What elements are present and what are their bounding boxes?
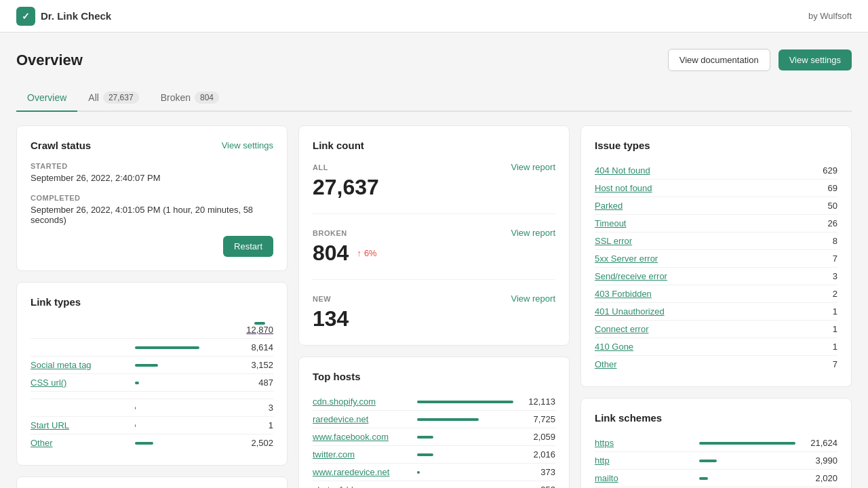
issue-type-name[interactable]: SSL error	[595, 236, 810, 246]
top-host-count: 7,725	[521, 414, 555, 424]
tab-broken-badge: 804	[195, 92, 219, 104]
tab-broken[interactable]: Broken 804	[150, 85, 230, 112]
top-hosts-table: cdn.shopify.com 12,113 raredevice.net 7,…	[313, 393, 555, 488]
issue-type-row: 403 Forbidden 2	[595, 285, 837, 303]
lc-broken-row: 804 ↑ 6%	[313, 241, 555, 266]
issue-type-count: 69	[810, 183, 837, 193]
top-host-bar-container	[417, 418, 513, 421]
issue-type-row: 5xx Server error 7	[595, 250, 837, 268]
tab-all-badge: 27,637	[103, 92, 139, 104]
tab-overview[interactable]: Overview	[16, 85, 77, 112]
top-host-name[interactable]: www.facebook.com	[313, 432, 409, 442]
lc-new-value: 134	[313, 306, 555, 331]
link-scheme-name[interactable]: https	[595, 438, 691, 448]
left-column: Crawl status View settings STARTED Septe…	[16, 125, 288, 488]
issue-type-row: 410 Gone 1	[595, 338, 837, 356]
issue-type-row: Parked 50	[595, 197, 837, 215]
issue-type-name[interactable]: Connect error	[595, 324, 810, 334]
lc-new-section: NEW View report 134	[313, 293, 555, 331]
lc-broken-badge: ↑ 6%	[357, 248, 376, 258]
link-type-row: Start URL 1	[31, 417, 273, 434]
lc-new-link[interactable]: View report	[511, 293, 555, 304]
link-types-title: Link types	[31, 296, 81, 308]
issue-type-name[interactable]: Parked	[595, 201, 810, 211]
tabs-bar: Overview All 27,637 Broken 804	[16, 85, 852, 112]
top-host-bar	[417, 453, 433, 456]
top-host-bar-container	[417, 401, 513, 403]
issue-type-name[interactable]: 410 Gone	[595, 342, 810, 352]
link-count-header: Link count	[313, 140, 555, 151]
link-type-name[interactable]	[31, 342, 127, 352]
top-hosts-card: Top hosts cdn.shopify.com 12,113 raredev…	[298, 357, 570, 488]
top-host-name[interactable]: twitter.com	[313, 449, 409, 460]
top-host-name[interactable]: photos1.blogger.com	[313, 485, 409, 488]
top-host-bar-container	[417, 436, 513, 439]
top-host-count: 2,016	[521, 449, 555, 460]
lc-all-label: ALL	[313, 163, 328, 171]
lc-new-label: NEW	[313, 295, 331, 303]
lc-all-header: ALL View report	[313, 162, 555, 172]
issue-types-header: Issue types	[595, 140, 837, 151]
view-settings-button[interactable]: View settings	[778, 49, 852, 70]
link-scheme-bar	[699, 460, 717, 462]
issue-type-name[interactable]: 404 Not found	[595, 165, 810, 176]
link-scheme-bar	[699, 477, 708, 480]
top-host-row: cdn.shopify.com 12,113	[313, 393, 555, 411]
completed-value: September 26, 2022, 4:01:05 PM (1 hour, …	[31, 205, 273, 225]
top-host-name[interactable]: www.raredevice.net	[313, 467, 409, 477]
lc-new-header: NEW View report	[313, 293, 555, 304]
view-documentation-button[interactable]: View documentation	[668, 49, 770, 71]
middle-column: Link count ALL View report 27,637 BROKEN…	[298, 125, 570, 488]
top-host-row: www.facebook.com 2,059	[313, 428, 555, 446]
completed-label: COMPLETED	[31, 194, 273, 202]
link-scheme-name[interactable]: mailto	[595, 473, 691, 483]
top-host-bar	[417, 436, 433, 439]
issue-type-name[interactable]: 5xx Server error	[595, 253, 810, 264]
lc-broken-label: BROKEN	[313, 229, 347, 237]
issue-type-name[interactable]: Other	[595, 359, 810, 369]
tab-all[interactable]: All 27,637	[77, 85, 149, 112]
link-type-count: 3	[239, 403, 273, 413]
lc-all-section: ALL View report 27,637	[313, 162, 555, 214]
lc-broken-pct: 6%	[364, 248, 377, 258]
top-host-name[interactable]: raredevice.net	[313, 414, 409, 424]
link-scheme-bar-container	[699, 442, 795, 445]
issue-type-name[interactable]: 403 Forbidden	[595, 289, 810, 299]
link-type-name[interactable]: Social meta tag	[31, 360, 127, 370]
started-value: September 26, 2022, 2:40:07 PM	[31, 173, 273, 183]
issue-type-name[interactable]: 401 Unauthorized	[595, 306, 810, 317]
link-type-name[interactable]: Other	[31, 438, 127, 448]
link-type-row: </span> <div class="lt-bar-container" da…	[31, 392, 273, 399]
crawl-status-header: Crawl status View settings	[31, 140, 273, 151]
started-label: STARTED	[31, 162, 273, 170]
issue-type-name[interactable]: Send/receive error	[595, 271, 810, 281]
issue-type-count: 3	[810, 271, 837, 281]
issue-type-count: 50	[810, 201, 837, 211]
lc-broken-link[interactable]: View report	[511, 228, 555, 238]
top-host-count: 352	[521, 485, 555, 488]
issue-type-row: Connect error 1	[595, 321, 837, 338]
link-type-bar	[135, 364, 158, 367]
top-host-bar	[417, 401, 513, 403]
link-scheme-row: mailto 2,020	[595, 470, 837, 487]
arrow-up-icon: ↑	[357, 248, 361, 258]
link-type-name[interactable]: CSS url()	[31, 378, 127, 388]
issue-type-name[interactable]: Host not found	[595, 183, 810, 193]
issue-type-count: 2	[810, 289, 837, 299]
top-host-row: raredevice.net 7,725	[313, 411, 555, 428]
link-type-count: 12,870	[246, 325, 273, 335]
lc-all-link[interactable]: View report	[511, 162, 555, 172]
restart-button[interactable]: Restart	[223, 236, 273, 257]
link-scheme-row: http 3,990	[595, 452, 837, 470]
link-scheme-name[interactable]: http	[595, 455, 691, 466]
link-schemes-card: Link schemes https 21,624 http 3,990 mai…	[580, 398, 852, 488]
top-host-name[interactable]: cdn.shopify.com	[313, 396, 409, 407]
link-scheme-row: https 21,624	[595, 434, 837, 452]
issue-type-count: 1	[810, 306, 837, 317]
issue-type-name[interactable]: Timeout	[595, 218, 810, 228]
issue-type-row: SSL error 8	[595, 232, 837, 250]
issue-type-count: 7	[810, 253, 837, 264]
crawl-status-settings-link[interactable]: View settings	[222, 140, 273, 150]
link-type-name[interactable]: Start URL	[31, 420, 127, 430]
link-type-row: 3	[31, 399, 273, 417]
